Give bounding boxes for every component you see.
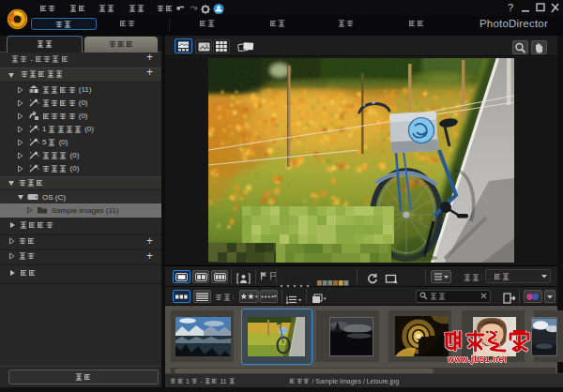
svg-text:?: ?	[508, 2, 513, 13]
